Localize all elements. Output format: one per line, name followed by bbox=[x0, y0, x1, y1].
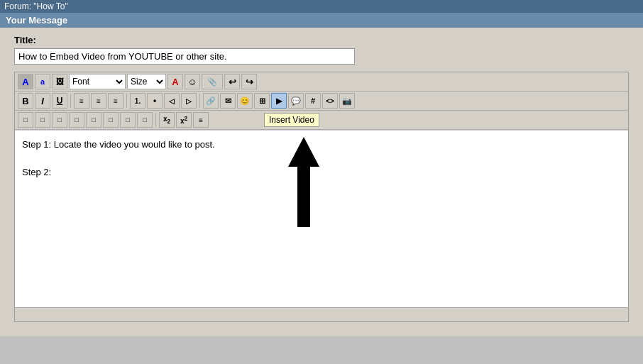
r3-sup-btn[interactable]: x2 bbox=[176, 112, 192, 128]
attach-btn[interactable]: 📎 bbox=[202, 74, 223, 89]
section-title: Your Message bbox=[6, 15, 67, 26]
unordered-list-btn[interactable]: • bbox=[147, 93, 163, 109]
main-content: Title: A a 🖼 Font Arial Times New Roman … bbox=[0, 28, 643, 336]
title-section: Title: bbox=[14, 35, 629, 65]
table-btn[interactable]: ⊞ bbox=[254, 93, 270, 109]
outdent-btn[interactable]: ◁ bbox=[164, 93, 180, 109]
format-a-lower-btn[interactable]: a bbox=[35, 74, 50, 89]
size-select[interactable]: Size 123 45 bbox=[127, 74, 166, 89]
r3-btn2[interactable]: □ bbox=[35, 112, 50, 128]
sep4 bbox=[155, 113, 156, 127]
content-line1: Step 1: Locate the video you would like … bbox=[22, 138, 621, 152]
r3-btn3[interactable]: □ bbox=[52, 112, 67, 128]
toolbar-row-1: A a 🖼 Font Arial Times New Roman Verdana… bbox=[15, 72, 628, 92]
r3-justify-btn[interactable]: ≡ bbox=[193, 112, 209, 128]
underline-btn[interactable]: U bbox=[52, 93, 67, 109]
bold-btn[interactable]: B bbox=[18, 93, 33, 109]
title-input[interactable] bbox=[14, 48, 355, 65]
italic-btn[interactable]: I bbox=[35, 93, 50, 109]
r3-btn4[interactable]: □ bbox=[69, 112, 84, 128]
indent-btn[interactable]: ▷ bbox=[181, 93, 197, 109]
align-center-btn[interactable]: ≡ bbox=[91, 93, 106, 109]
toolbar-row-3: □ □ □ □ □ □ □ □ x2 x2 ≡ bbox=[15, 111, 628, 130]
r3-btn1[interactable]: □ bbox=[18, 112, 33, 128]
editor-content[interactable]: Step 1: Locate the video you would like … bbox=[15, 130, 628, 307]
link-btn[interactable]: 🔗 bbox=[203, 93, 219, 109]
editor-area-wrapper: Step 1: Locate the video you would like … bbox=[15, 130, 628, 307]
sep2 bbox=[126, 94, 127, 108]
code-btn[interactable]: <> bbox=[322, 93, 338, 109]
r3-btn6[interactable]: □ bbox=[103, 112, 119, 128]
sep3 bbox=[199, 94, 200, 108]
r3-btn7[interactable]: □ bbox=[120, 112, 136, 128]
insert-video-btn[interactable]: ▶ bbox=[271, 93, 287, 109]
hash-btn[interactable]: # bbox=[305, 93, 321, 109]
align-right-btn[interactable]: ≡ bbox=[108, 93, 123, 109]
format-a-upper-btn[interactable]: A bbox=[18, 74, 33, 89]
img-smiley-btn[interactable]: 😊 bbox=[237, 93, 253, 109]
editor-status-bar bbox=[15, 307, 628, 321]
r3-btn8[interactable]: □ bbox=[137, 112, 153, 128]
content-line2: Step 2: bbox=[22, 165, 621, 180]
font-color-btn[interactable]: A bbox=[167, 74, 183, 89]
forum-bar-text: Forum: "How To" bbox=[4, 1, 68, 11]
emoticon-btn[interactable]: ☺ bbox=[185, 74, 200, 89]
quote-btn[interactable]: 💬 bbox=[288, 93, 304, 109]
title-label: Title: bbox=[14, 35, 629, 45]
r3-sub-btn[interactable]: x2 bbox=[159, 112, 175, 128]
insert-video-wrapper: ▶ Insert Video bbox=[271, 93, 287, 109]
img2-btn[interactable]: 📷 bbox=[339, 93, 355, 109]
editor-container: A a 🖼 Font Arial Times New Roman Verdana… bbox=[14, 72, 629, 322]
email-btn[interactable]: ✉ bbox=[220, 93, 236, 109]
sep1 bbox=[70, 94, 71, 108]
forum-bar: Forum: "How To" bbox=[0, 0, 643, 13]
r3-btn5[interactable]: □ bbox=[86, 112, 101, 128]
align-left-btn[interactable]: ≡ bbox=[74, 93, 89, 109]
undo-btn[interactable]: ↩ bbox=[224, 74, 240, 89]
your-message-bar: Your Message bbox=[0, 13, 643, 28]
ordered-list-btn[interactable]: 1. bbox=[130, 93, 145, 109]
font-select[interactable]: Font Arial Times New Roman Verdana bbox=[69, 74, 126, 89]
toolbar-row-2: B I U ≡ ≡ ≡ 1. • bbox=[15, 92, 628, 111]
insert-image-small-btn[interactable]: 🖼 bbox=[52, 74, 67, 89]
redo-btn[interactable]: ↪ bbox=[241, 74, 257, 89]
